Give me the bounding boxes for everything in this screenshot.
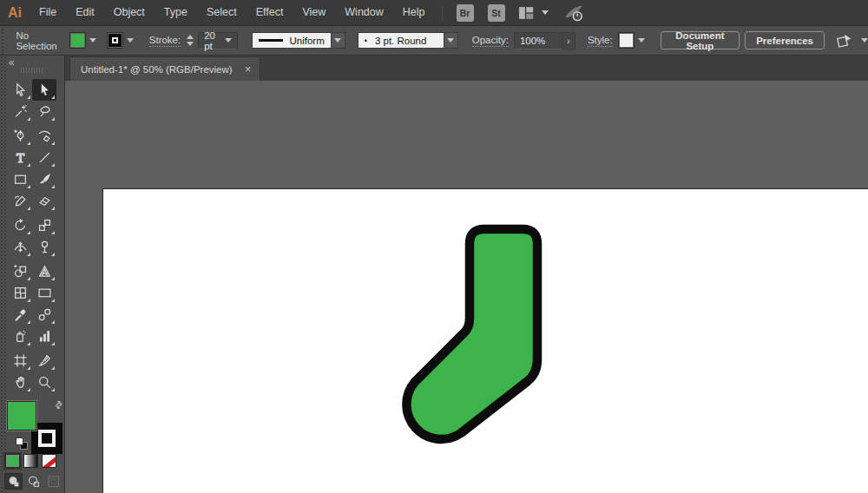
width-profile-combo[interactable]: Uniform bbox=[252, 32, 332, 49]
paintbrush-tool-icon bbox=[37, 172, 52, 187]
slice-tool[interactable] bbox=[32, 350, 56, 371]
sock-shape[interactable] bbox=[103, 189, 868, 493]
workspace-chevron-icon[interactable] bbox=[542, 10, 549, 15]
stepper-down-icon[interactable] bbox=[187, 42, 194, 46]
stepper-up-icon[interactable] bbox=[187, 35, 194, 39]
gradient-swatch-button[interactable] bbox=[23, 454, 38, 468]
eraser-tool-icon bbox=[37, 194, 52, 208]
shaper-tool-icon bbox=[13, 194, 28, 208]
touch-workspace-icon[interactable] bbox=[835, 32, 854, 49]
pen-tool[interactable] bbox=[8, 125, 32, 147]
drawing-mode-buttons bbox=[4, 473, 62, 490]
menu-item-effect[interactable]: Effect bbox=[247, 6, 293, 18]
draw-normal-mode[interactable] bbox=[4, 473, 23, 490]
rotate-tool[interactable] bbox=[8, 214, 32, 236]
column-graph-tool[interactable] bbox=[32, 325, 56, 347]
collapse-panel-icon[interactable]: « bbox=[9, 56, 15, 69]
bridge-button[interactable]: Br bbox=[457, 4, 474, 22]
hand-tool[interactable] bbox=[8, 371, 32, 393]
magic-wand-tool-icon bbox=[13, 104, 28, 119]
canvas-area[interactable] bbox=[65, 81, 868, 493]
touch-workspace-chevron-icon[interactable] bbox=[861, 38, 868, 43]
puppet-warp-tool-icon bbox=[37, 240, 52, 254]
stroke-weight-chevron-icon[interactable] bbox=[225, 38, 232, 43]
perspective-grid-tool[interactable] bbox=[32, 260, 56, 282]
opacity-field[interactable]: 100% bbox=[514, 32, 562, 49]
line-segment-tool[interactable] bbox=[32, 147, 56, 168]
menu-item-object[interactable]: Object bbox=[104, 6, 155, 18]
document-tab-strip: Untitled-1* @ 50% (RGB/Preview) × bbox=[65, 56, 868, 81]
stroke-weight-value: 20 pt bbox=[204, 30, 225, 51]
shaper-tool[interactable] bbox=[8, 190, 32, 212]
direct-selection-tool[interactable] bbox=[32, 79, 56, 101]
document-tab[interactable]: Untitled-1* @ 50% (RGB/Preview) × bbox=[69, 56, 260, 81]
fill-color-swatch[interactable] bbox=[69, 32, 86, 49]
style-swatch[interactable] bbox=[618, 32, 635, 49]
blend-tool[interactable] bbox=[32, 304, 56, 325]
control-bar-grip[interactable] bbox=[0, 26, 5, 55]
style-chevron-icon[interactable] bbox=[638, 38, 645, 43]
rectangle-tool-icon bbox=[13, 172, 28, 187]
brush-dot-icon: • bbox=[365, 36, 367, 45]
scale-tool-icon bbox=[37, 218, 52, 233]
brush-definition-chevron-icon[interactable] bbox=[444, 32, 458, 49]
style-panel-link[interactable]: Style: bbox=[588, 35, 613, 47]
zoom-tool[interactable] bbox=[32, 371, 56, 393]
color-swatch-button[interactable] bbox=[5, 454, 20, 468]
selection-tool[interactable] bbox=[8, 79, 32, 101]
none-swatch-button[interactable] bbox=[42, 454, 56, 468]
menu-item-window[interactable]: Window bbox=[335, 6, 392, 18]
symbol-sprayer-tool[interactable] bbox=[8, 325, 32, 347]
stroke-weight-combo[interactable]: 20 pt bbox=[198, 32, 238, 49]
menu-bar: FileEditObjectTypeSelectEffectViewWindow… bbox=[30, 0, 435, 25]
eraser-tool[interactable] bbox=[32, 190, 56, 212]
menubar-divider bbox=[442, 6, 443, 20]
mesh-tool-icon bbox=[13, 286, 28, 300]
blend-tool-icon bbox=[37, 307, 52, 322]
shape-builder-tool[interactable] bbox=[8, 260, 32, 282]
swap-fill-stroke-icon[interactable]: ⇄ bbox=[52, 398, 66, 412]
stroke-chevron-icon[interactable] bbox=[127, 38, 134, 43]
artboard-tool[interactable] bbox=[8, 350, 32, 371]
magic-wand-tool[interactable] bbox=[8, 101, 32, 122]
lasso-tool-icon bbox=[37, 104, 52, 119]
width-profile-chevron-icon[interactable] bbox=[332, 32, 345, 49]
opacity-expand-icon[interactable]: › bbox=[562, 32, 575, 49]
width-tool-icon bbox=[13, 240, 28, 254]
gradient-tool[interactable] bbox=[32, 282, 56, 304]
width-tool[interactable] bbox=[8, 236, 32, 258]
fill-proxy[interactable] bbox=[7, 401, 36, 431]
paintbrush-tool[interactable] bbox=[32, 168, 56, 190]
panel-drag-grip[interactable] bbox=[21, 68, 43, 73]
preferences-button[interactable]: Preferences bbox=[745, 31, 825, 49]
slice-tool-icon bbox=[37, 353, 52, 368]
puppet-warp-tool[interactable] bbox=[32, 236, 56, 258]
curvature-tool[interactable] bbox=[32, 125, 56, 147]
type-tool[interactable]: T bbox=[8, 147, 32, 168]
stock-button[interactable]: St bbox=[488, 4, 505, 22]
stroke-weight-stepper[interactable] bbox=[187, 35, 194, 46]
stroke-color-swatch[interactable] bbox=[107, 32, 123, 49]
menu-item-type[interactable]: Type bbox=[155, 6, 197, 18]
menu-item-edit[interactable]: Edit bbox=[66, 6, 104, 18]
lasso-tool[interactable] bbox=[32, 101, 56, 122]
brush-definition-combo[interactable]: • 3 pt. Round bbox=[358, 32, 444, 49]
gpu-performance-icon[interactable] bbox=[562, 3, 585, 23]
tab-close-icon[interactable]: × bbox=[245, 63, 252, 75]
workspace-layout-icon[interactable] bbox=[517, 6, 535, 20]
draw-behind-mode[interactable] bbox=[24, 473, 43, 490]
artboard[interactable] bbox=[102, 188, 868, 493]
fill-chevron-icon[interactable] bbox=[89, 38, 96, 43]
rectangle-tool[interactable] bbox=[8, 168, 32, 190]
default-fill-stroke-icon[interactable] bbox=[16, 437, 28, 450]
opacity-panel-link[interactable]: Opacity: bbox=[472, 35, 509, 47]
eyedropper-tool[interactable] bbox=[8, 304, 32, 325]
menu-item-file[interactable]: File bbox=[30, 6, 66, 18]
stroke-panel-link[interactable]: Stroke: bbox=[149, 35, 181, 47]
mesh-tool[interactable] bbox=[8, 282, 32, 304]
scale-tool[interactable] bbox=[32, 214, 56, 236]
menu-item-select[interactable]: Select bbox=[197, 6, 247, 18]
document-setup-button[interactable]: Document Setup bbox=[661, 31, 740, 49]
menu-item-view[interactable]: View bbox=[293, 6, 335, 18]
menu-item-help[interactable]: Help bbox=[393, 6, 435, 18]
